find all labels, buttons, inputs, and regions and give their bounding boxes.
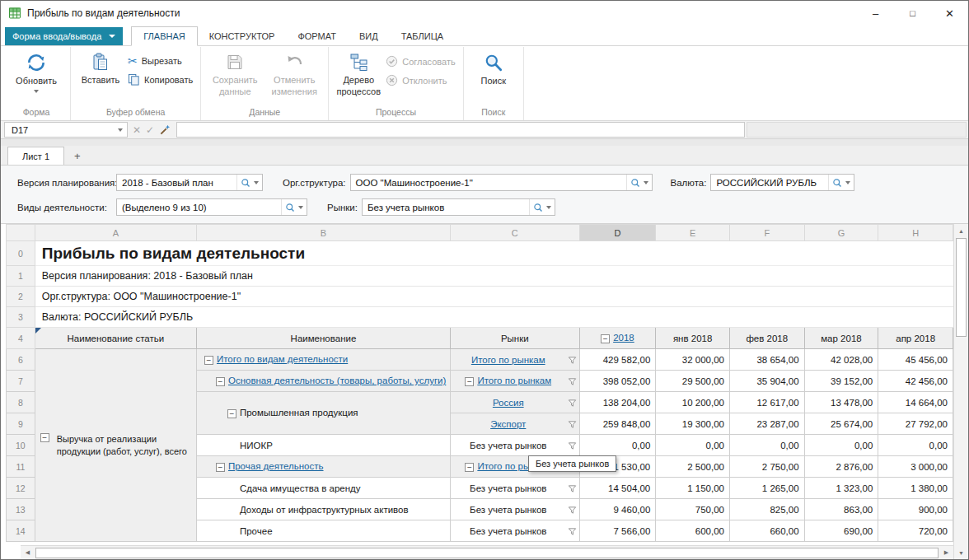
cell-value[interactable]: 0,00 [656,435,730,456]
tab-glavnaya[interactable]: ГЛАВНАЯ [131,26,197,46]
activities-filter-input[interactable]: (Выделено 9 из 10) [116,198,307,216]
tab-vid[interactable]: ВИД [348,27,390,45]
market-link[interactable]: Россия [493,398,524,408]
search-icon[interactable] [533,203,543,212]
add-sheet-button[interactable]: + [64,147,91,165]
column-header-c[interactable]: C [450,225,579,241]
chevron-down-icon[interactable] [546,206,551,209]
cell-value[interactable]: 2 750,00 [729,456,804,478]
header-name[interactable]: Наименование [196,328,450,349]
header-article[interactable]: Наименование статьи [35,328,196,349]
collapse-icon[interactable] [216,463,225,472]
row-header[interactable]: 7 [7,371,35,392]
paste-button[interactable]: Вставить [75,47,126,86]
tab-tablitsa[interactable]: ТАБЛИЦА [390,27,456,45]
cell-name[interactable]: Доходы от инфраструктурных активов [196,499,450,520]
header-month[interactable]: апр 2018 [878,328,953,349]
column-header-a[interactable]: A [35,225,196,241]
cell-article-group[interactable]: Выручка от реализации продукции (работ, … [35,349,196,542]
collapse-icon[interactable] [204,356,213,365]
cell-value[interactable]: 39 152,00 [804,371,878,392]
header-month[interactable]: янв 2018 [656,328,730,349]
row-header[interactable]: 13 [7,499,35,520]
collapse-icon[interactable] [216,377,225,386]
cell-value[interactable]: 13 478,00 [804,392,878,413]
org-filter-input[interactable]: ООО "Машиностроение-1" [350,174,653,191]
sheet-tab-list1[interactable]: Лист 1 [7,147,64,165]
currency-filter-input[interactable]: РОССИЙСКИЙ РУБЛЬ [710,174,854,191]
collapse-icon[interactable] [465,377,474,386]
search-button[interactable]: Поиск [468,47,519,87]
market-link[interactable]: Экспорт [490,419,526,429]
column-header-g[interactable]: G [804,225,878,241]
activity-link[interactable]: Основная деятельность (товары, работы, у… [228,376,446,385]
cell-market[interactable]: Без учета рынков [450,499,579,520]
row-header[interactable]: 14 [7,520,35,542]
cell-value[interactable]: 398 052,00 [579,371,656,392]
cell-value[interactable]: 2 500,00 [656,456,730,478]
chevron-down-icon[interactable] [118,128,123,132]
cell-value[interactable]: 138 204,00 [579,392,656,413]
cell-name[interactable]: Итого по видам деятельности [196,349,450,371]
year-link[interactable]: 2018 [613,333,634,343]
cell-value[interactable]: 38 654,00 [729,349,804,371]
collapse-icon[interactable] [601,334,610,343]
cell-value[interactable]: 690,00 [804,520,878,542]
cell-value[interactable]: 660,00 [729,520,804,542]
header-markets[interactable]: Рынки [450,328,579,349]
scroll-left-icon[interactable]: ◀ [21,546,35,559]
filter-funnel-icon[interactable] [568,420,577,429]
close-button[interactable]: ✕ [931,1,968,26]
cell-value[interactable]: 29 500,00 [656,371,730,392]
search-icon[interactable] [285,203,295,212]
version-filter-input[interactable]: 2018 - Базовый план [116,174,263,191]
copy-button[interactable]: Копировать [128,73,193,86]
row-header[interactable]: 9 [7,413,35,435]
scrollbar-thumb[interactable] [35,548,939,558]
cell-value[interactable]: 3 000,00 [878,456,953,478]
cell-value[interactable]: 7 566,00 [579,520,656,542]
header-month[interactable]: мар 2018 [804,328,878,349]
cell-name[interactable]: Прочая деятельность [196,456,450,478]
cell-value[interactable]: 1 323,00 [804,478,878,499]
cell-value[interactable]: 0,00 [729,435,804,456]
cell-value[interactable]: 1 265,00 [729,478,804,499]
cell-market[interactable]: Без учета рынков [450,520,579,542]
info-currency-cell[interactable]: Валюта: РОССИЙСКИЙ РУБЛЬ [35,307,953,328]
search-icon[interactable] [832,178,842,188]
market-link[interactable]: Итого по рынкам [471,355,545,365]
cell-market[interactable]: Без учета рынков [450,478,579,499]
cell-name[interactable]: Прочее [196,520,450,542]
market-link[interactable]: Итого по рынкам [477,376,551,385]
cell-market[interactable]: Экспорт [450,413,579,435]
cell-value[interactable]: 32 000,00 [656,349,730,371]
markets-filter-input[interactable]: Без учета рынков [362,198,555,216]
cell-name-box[interactable]: D17 [4,122,128,138]
row-header[interactable]: 8 [7,392,35,413]
scroll-up-icon[interactable]: ▲ [954,224,968,237]
info-org-cell[interactable]: Орг.структура: ООО "Машиностроение-1" [35,287,953,307]
cell-value[interactable]: 42 456,00 [878,371,953,392]
cell-name[interactable]: НИОКР [196,435,450,456]
activity-link[interactable]: Итого по видам деятельности [217,354,348,364]
activity-link[interactable]: Прочая деятельность [228,461,324,471]
row-header[interactable]: 10 [7,435,35,456]
cell-value[interactable]: 0,00 [878,435,953,456]
filter-funnel-icon[interactable] [568,527,577,536]
header-year[interactable]: 2018 [579,328,656,349]
cell-value[interactable]: 750,00 [656,499,730,520]
filter-funnel-icon[interactable] [568,377,577,386]
cell-value[interactable]: 23 287,00 [729,413,804,435]
cell-value[interactable]: 14 504,00 [579,478,656,499]
row-header[interactable]: 12 [7,478,35,499]
cell-value[interactable]: 863,00 [804,499,878,520]
collapse-icon[interactable] [465,463,474,472]
cell-value[interactable]: 429 582,00 [579,349,656,371]
process-tree-button[interactable]: Дерево процессов [333,47,384,98]
row-header[interactable]: 6 [7,349,35,371]
tab-konstruktor[interactable]: КОНСТРУКТОР [198,27,287,45]
formula-input[interactable] [176,122,745,138]
row-header[interactable]: 1 [7,266,35,287]
cell-value[interactable]: 825,00 [729,499,804,520]
refresh-button[interactable]: Обновить [7,47,66,93]
